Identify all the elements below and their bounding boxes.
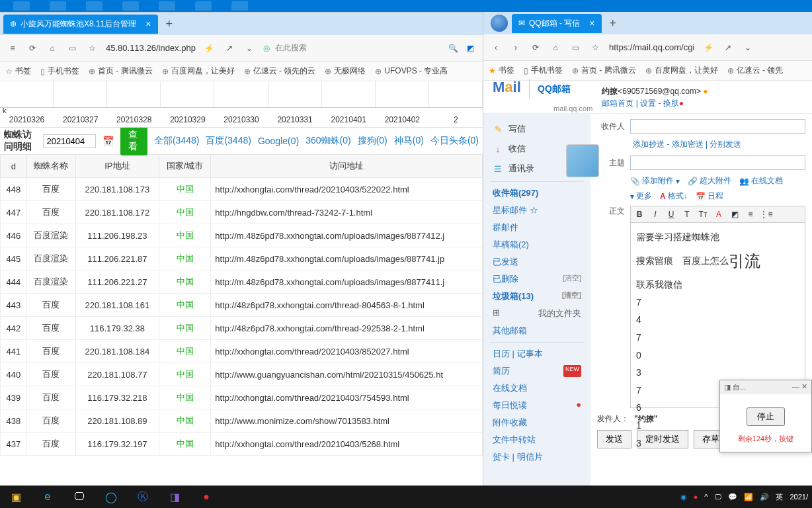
book-icon[interactable]: ▭: [569, 42, 581, 54]
qq-avatar-icon[interactable]: [491, 15, 508, 32]
new-tab-button[interactable]: +: [166, 17, 173, 31]
bookmark-item[interactable]: ⊕无极网络: [325, 65, 366, 77]
table-row[interactable]: 445百度渲染111.206.221.87中国http://m.48z6pd78…: [1, 247, 483, 271]
attach-btn[interactable]: 📎 添加附件 ▾: [630, 175, 680, 187]
url-text[interactable]: https://mail.qq.com/cgi: [609, 42, 694, 52]
table-row[interactable]: 437百度116.179.32.197中国http://xxhongtai.co…: [1, 433, 483, 456]
tray-time[interactable]: 2021/: [790, 493, 808, 501]
kugou-icon[interactable]: Ⓚ: [131, 487, 155, 506]
sidebar-card[interactable]: 贺卡 | 明信片: [483, 448, 590, 466]
sidebar-docs[interactable]: 在线文档: [483, 380, 590, 397]
bookmark-item[interactable]: ⊕UFOVPS - 专业高: [375, 65, 448, 77]
reload-icon[interactable]: ⟳: [26, 42, 38, 54]
sidebar-group[interactable]: 群邮件: [483, 219, 590, 236]
filter-google[interactable]: Google(0): [258, 136, 299, 146]
bolt-icon[interactable]: ⚡: [204, 42, 216, 54]
forward-icon[interactable]: ›: [510, 42, 522, 54]
down-icon[interactable]: ⌄: [243, 42, 255, 54]
extension-icon[interactable]: ◩: [464, 42, 476, 54]
book-icon[interactable]: ▭: [66, 42, 78, 54]
search-input[interactable]: 在此搜索: [275, 42, 442, 54]
url-text[interactable]: 45.80.113.26/index.php: [106, 43, 196, 53]
table-row[interactable]: 444百度渲染111.206.221.27中国http://m.48z6pd78…: [1, 271, 483, 294]
sidebar-inbox[interactable]: 收件箱(297): [483, 185, 590, 202]
tray-record-icon[interactable]: ●: [694, 493, 698, 501]
bookmark-item[interactable]: ⊕百度网盘，让美好: [645, 65, 718, 76]
italic-icon[interactable]: I: [648, 208, 663, 221]
browser-tab[interactable]: ✉ QQ邮箱 - 写信 ×: [512, 14, 602, 33]
sidebar-cal[interactable]: 日历 | 记事本: [483, 345, 590, 362]
explorer-icon[interactable]: ▣: [4, 487, 28, 506]
font-icon[interactable]: T: [680, 208, 694, 221]
bolt-icon[interactable]: ⚡: [702, 42, 714, 54]
bookmark-item[interactable]: ⊕百度网盘，让美好: [162, 65, 235, 77]
bigattach-btn[interactable]: 🔗 超大附件: [688, 175, 731, 187]
sidebar-draft[interactable]: 草稿箱(2): [483, 236, 590, 253]
tray-volume-icon[interactable]: 🔊: [760, 493, 769, 501]
sidebar-other[interactable]: 其他邮箱: [483, 322, 590, 339]
table-row[interactable]: 441百度220.181.108.184中国http://xxhongtai.c…: [1, 340, 483, 363]
browser-tab[interactable]: ⊕ 小旋风万能蜘蛛池X8.11后台管理 ×: [3, 15, 158, 34]
onlinedoc-btn[interactable]: 👥 在线文档: [739, 175, 783, 187]
popup-controls[interactable]: — ✕: [792, 382, 807, 392]
monitor-icon[interactable]: 🖵: [67, 487, 91, 506]
close-icon[interactable]: ×: [145, 19, 151, 29]
sidebar-star[interactable]: 星标邮件 ☆: [483, 202, 590, 219]
sidebar-attach[interactable]: 附件收藏: [483, 414, 590, 431]
send-button[interactable]: 发送: [597, 430, 631, 448]
bold-icon[interactable]: B: [632, 208, 647, 221]
filter-toutiao[interactable]: 今日头条(0): [430, 135, 479, 147]
size-icon[interactable]: Tт: [696, 208, 710, 221]
close-icon[interactable]: ×: [589, 18, 594, 28]
color-icon[interactable]: A: [711, 208, 726, 221]
bookmark-item[interactable]: ⊕首页 - 腾讯微云: [89, 65, 153, 77]
nav-links[interactable]: 邮箱首页 | 设置 - 换肤: [602, 99, 678, 108]
list-icon[interactable]: ⋮≡: [759, 208, 774, 221]
format-btn[interactable]: A 格式↓: [660, 190, 688, 202]
tray-up-icon[interactable]: ^: [704, 493, 708, 501]
to-input[interactable]: [630, 119, 805, 134]
search-icon[interactable]: 🔍: [447, 42, 459, 54]
table-row[interactable]: 448百度220.181.108.173中国http://xxhongtai.c…: [1, 178, 483, 201]
tray-qq-icon[interactable]: ◉: [680, 493, 687, 501]
subject-input[interactable]: [630, 155, 805, 170]
star-icon[interactable]: ☆: [589, 42, 601, 54]
share-icon[interactable]: ↗: [223, 42, 235, 54]
date-input[interactable]: [43, 134, 96, 148]
table-row[interactable]: 447百度220.181.108.172中国http://hngdbw.com/…: [1, 201, 483, 224]
bookmark-item[interactable]: ▯手机书签: [524, 65, 563, 76]
ie-icon[interactable]: e: [36, 487, 60, 506]
table-row[interactable]: 443百度220.181.108.161中国http://48z6pd78.xx…: [1, 294, 483, 317]
calendar-icon[interactable]: 📅: [102, 136, 114, 146]
share-icon[interactable]: ↗: [722, 42, 734, 54]
menu-icon[interactable]: ≡: [7, 42, 19, 54]
record-icon[interactable]: ●: [194, 487, 218, 506]
sidebar-sent[interactable]: 已发送: [483, 253, 590, 271]
new-tab-button[interactable]: +: [610, 17, 617, 30]
filter-360[interactable]: 360蜘蛛(0): [305, 135, 350, 147]
reload-icon[interactable]: ⟳: [530, 42, 542, 54]
mail-logo[interactable]: Mail QQ邮箱 mail.qq.com: [493, 79, 592, 114]
align-icon[interactable]: ≡: [743, 208, 758, 221]
browser-icon[interactable]: ◨: [163, 487, 186, 506]
star-icon[interactable]: ☆: [86, 42, 98, 54]
tray-lang[interactable]: 英: [776, 492, 783, 502]
more-btn[interactable]: ▾ 更多: [630, 190, 652, 202]
down-icon[interactable]: ⌄: [742, 42, 754, 54]
bgcolor-icon[interactable]: ◩: [727, 208, 742, 221]
table-row[interactable]: 438百度220.181.108.89中国http://www.monimize…: [1, 409, 483, 433]
bookmark-item[interactable]: ⊕首页 - 腾讯微云: [572, 65, 636, 76]
stop-button[interactable]: 停止: [747, 407, 785, 426]
table-row[interactable]: 439百度116.179.32.218中国http://xxhongtai.co…: [1, 386, 483, 409]
table-row[interactable]: 440百度220.181.108.77中国http://www.guangyua…: [1, 363, 483, 386]
search-engine-icon[interactable]: ◎: [263, 44, 270, 53]
tray-monitor-icon[interactable]: 🖵: [714, 493, 721, 501]
sidebar-write[interactable]: ✎写信: [483, 119, 590, 139]
cc-links[interactable]: 添加抄送 - 添加密送 | 分别发送: [633, 139, 741, 150]
sidebar-trash[interactable]: 垃圾箱(13)[清空]: [483, 288, 590, 305]
qq-icon[interactable]: ◯: [99, 487, 123, 506]
filter-sogou[interactable]: 搜狗(0): [358, 135, 387, 147]
table-row[interactable]: 446百度渲染111.206.198.23中国http://m.48z6pd78…: [1, 224, 483, 247]
sidebar-daily[interactable]: 每日悦读 ●: [483, 397, 590, 414]
bookmark-item[interactable]: ☆书签: [5, 65, 31, 77]
